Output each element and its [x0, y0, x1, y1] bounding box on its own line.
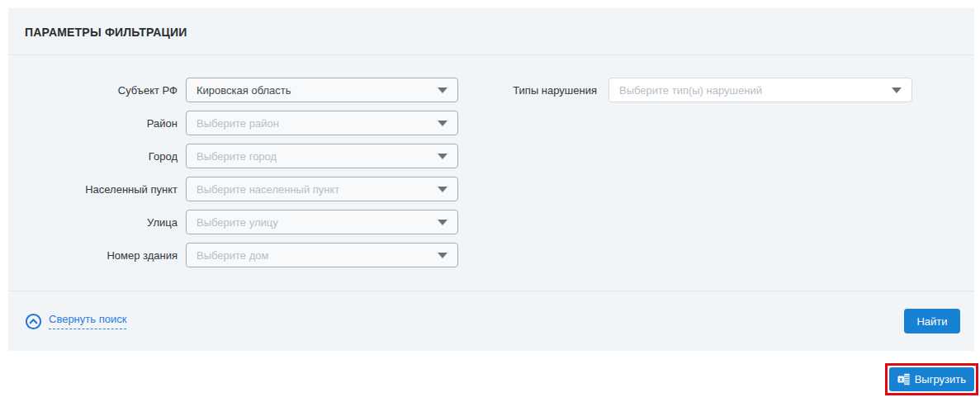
filter-row-subject: Субъект РФ Кировская область — [8, 78, 458, 102]
panel-title: ПАРАМЕТРЫ ФИЛЬТРАЦИИ — [25, 26, 187, 39]
export-button-label: Выгрузить — [915, 373, 966, 385]
filter-rows-left: Субъект РФ Кировская область Район Выбер… — [8, 78, 458, 276]
city-label: Город — [8, 150, 178, 163]
chevron-down-icon — [892, 87, 902, 93]
filter-row-street: Улица Выберите улицу — [8, 210, 458, 234]
filter-panel: ПАРАМЕТРЫ ФИЛЬТРАЦИИ Субъект РФ Кировска… — [8, 8, 974, 351]
excel-icon: x — [897, 373, 910, 385]
building-select-placeholder: Выберите дом — [196, 249, 268, 262]
chevron-down-icon — [438, 121, 447, 126]
settlement-select[interactable]: Выберите населенный пункт — [186, 177, 458, 201]
collapse-search-link[interactable]: Свернуть поиск — [25, 313, 126, 330]
violation-types-select-placeholder: Выберите тип(ы) нарушений — [619, 84, 762, 97]
city-select[interactable]: Выберите город — [186, 144, 458, 168]
chevron-down-icon — [438, 87, 447, 93]
district-select-placeholder: Выберите район — [196, 117, 279, 130]
city-select-placeholder: Выберите город — [196, 150, 277, 163]
settlement-label: Населенный пункт — [8, 183, 178, 196]
building-label: Номер здания — [8, 249, 178, 262]
panel-footer: Свернуть поиск Найти — [8, 291, 974, 351]
settlement-select-placeholder: Выберите населенный пункт — [196, 183, 339, 196]
chevron-down-icon — [438, 154, 447, 159]
chevron-down-icon — [438, 187, 447, 192]
export-button[interactable]: x Выгрузить — [889, 367, 974, 391]
filter-row-violation-types: Типы нарушения Выберите тип(ы) нарушений — [495, 78, 912, 102]
filter-row-district: Район Выберите район — [8, 111, 458, 135]
district-label: Район — [8, 117, 178, 130]
street-select-placeholder: Выберите улицу — [196, 216, 278, 229]
subject-label: Субъект РФ — [8, 84, 178, 97]
chevron-down-icon — [438, 220, 447, 225]
district-select[interactable]: Выберите район — [186, 111, 458, 135]
filter-row-settlement: Населенный пункт Выберите населенный пун… — [8, 177, 458, 201]
find-button[interactable]: Найти — [904, 309, 960, 333]
chevron-up-circle-icon — [25, 313, 42, 330]
violation-types-select[interactable]: Выберите тип(ы) нарушений — [608, 78, 912, 102]
building-select[interactable]: Выберите дом — [186, 243, 458, 267]
violation-types-label: Типы нарушения — [495, 84, 597, 97]
filter-row-building: Номер здания Выберите дом — [8, 243, 458, 267]
subject-select[interactable]: Кировская область — [186, 78, 458, 102]
filter-row-city: Город Выберите город — [8, 144, 458, 168]
subject-select-value: Кировская область — [196, 84, 291, 97]
chevron-down-icon — [438, 253, 447, 258]
street-select[interactable]: Выберите улицу — [186, 210, 458, 234]
collapse-search-label: Свернуть поиск — [49, 314, 126, 329]
page: ПАРАМЕТРЫ ФИЛЬТРАЦИИ Субъект РФ Кировска… — [0, 0, 980, 402]
red-highlight-box: x Выгрузить — [885, 363, 978, 395]
street-label: Улица — [8, 216, 178, 229]
header-divider — [8, 54, 974, 55]
